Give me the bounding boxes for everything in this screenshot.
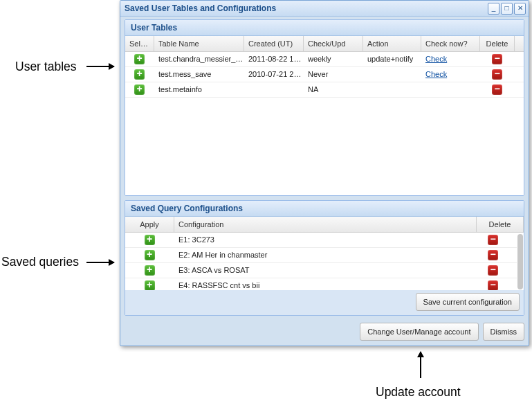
add-icon[interactable]: + xyxy=(134,54,145,64)
delete-icon[interactable]: − xyxy=(492,69,502,80)
panel-saved-queries: Saved Query Configurations Apply Configu… xyxy=(125,200,524,316)
arrow-update-account xyxy=(420,352,421,378)
col-check-upd[interactable]: Check/Upd xyxy=(304,36,363,51)
delete-icon[interactable]: − xyxy=(488,235,498,245)
add-icon[interactable]: + xyxy=(145,265,155,276)
cell-action xyxy=(363,82,421,97)
table-row[interactable]: + test.mess_save 2010-07-21 2… Never Che… xyxy=(125,67,524,82)
dismiss-button[interactable]: Dismiss xyxy=(483,323,525,341)
col-select[interactable]: Select xyxy=(125,36,154,51)
cell-configuration: E3: ASCA vs ROSAT xyxy=(174,263,470,278)
cell-configuration: E2: AM Her in chanmaster xyxy=(174,248,470,262)
change-user-button[interactable]: Change User/Manage account xyxy=(360,323,478,341)
col-action[interactable]: Action xyxy=(363,36,421,51)
col-delete[interactable]: Delete xyxy=(477,217,524,232)
cell-table-name: test.chandra_messier_… xyxy=(154,52,244,66)
cell-check-now xyxy=(421,82,480,97)
dialog-title: Saved User Tables and Configurations xyxy=(125,3,486,13)
check-link[interactable]: Check xyxy=(425,67,447,82)
add-icon[interactable]: + xyxy=(134,84,145,95)
col-check-now[interactable]: Check now? xyxy=(421,36,480,51)
cell-configuration: E1: 3C273 xyxy=(174,233,470,247)
cell-action: update+notify xyxy=(363,52,421,66)
col-delete[interactable]: Delete xyxy=(480,36,515,51)
table-row[interactable]: + test.chandra_messier_… 2011-08-22 1… w… xyxy=(125,52,524,67)
annotation-saved-queries: Saved queries xyxy=(1,255,79,269)
list-item[interactable]: + E4: RASSFSC cnt vs bii − xyxy=(125,278,517,290)
minimize-button[interactable]: _ xyxy=(488,3,499,15)
table-row[interactable]: + test.metainfo NA − xyxy=(125,82,524,98)
cell-created: 2011-08-22 1… xyxy=(244,52,304,66)
cell-check-upd: weekly xyxy=(304,52,363,66)
cell-check-upd: NA xyxy=(304,82,363,97)
cell-table-name: test.mess_save xyxy=(154,67,244,82)
delete-icon[interactable]: − xyxy=(492,54,502,64)
scrollbar[interactable] xyxy=(517,234,523,289)
panel-user-tables: User Tables Select Table Name Created (U… xyxy=(125,19,524,196)
close-button[interactable]: ✕ xyxy=(514,3,526,15)
arrow-user-tables xyxy=(86,66,114,67)
user-tables-body: + test.chandra_messier_… 2011-08-22 1… w… xyxy=(125,52,524,195)
check-link[interactable]: Check xyxy=(425,52,447,66)
cell-table-name: test.metainfo xyxy=(154,82,244,97)
saved-queries-body: + E1: 3C273 − + E2: AM Her in chanmaster… xyxy=(125,233,524,290)
save-current-configuration-button[interactable]: Save current configuration xyxy=(416,293,520,311)
add-icon[interactable]: + xyxy=(145,280,155,290)
delete-icon[interactable]: − xyxy=(492,84,502,95)
maximize-button[interactable]: □ xyxy=(501,3,513,15)
panel-user-tables-header: User Tables xyxy=(125,20,524,36)
annotation-user-tables: User tables xyxy=(15,60,77,74)
delete-icon[interactable]: − xyxy=(488,280,498,290)
col-table-name[interactable]: Table Name xyxy=(154,36,244,51)
delete-icon[interactable]: − xyxy=(488,250,498,260)
arrow-saved-queries xyxy=(86,262,114,263)
col-apply[interactable]: Apply xyxy=(125,217,174,232)
user-tables-columns: Select Table Name Created (UT) Check/Upd… xyxy=(125,36,524,52)
dialog-saved-tables: Saved User Tables and Configurations _ □… xyxy=(120,0,529,346)
list-item[interactable]: + E2: AM Her in chanmaster − xyxy=(125,248,517,263)
cell-configuration: E4: RASSFSC cnt vs bii xyxy=(174,278,470,290)
delete-icon[interactable]: − xyxy=(488,265,498,276)
list-item[interactable]: + E1: 3C273 − xyxy=(125,233,517,248)
panel-saved-queries-header: Saved Query Configurations xyxy=(125,201,524,217)
col-created[interactable]: Created (UT) xyxy=(244,36,304,51)
add-icon[interactable]: + xyxy=(145,235,155,245)
annotation-update-account: Update account xyxy=(376,385,461,400)
cell-check-upd: Never xyxy=(304,67,363,82)
cell-action xyxy=(363,67,421,82)
add-icon[interactable]: + xyxy=(145,250,155,260)
cell-created xyxy=(244,82,304,97)
add-icon[interactable]: + xyxy=(134,69,145,80)
dialog-titlebar: Saved User Tables and Configurations _ □… xyxy=(120,1,529,17)
list-item[interactable]: + E3: ASCA vs ROSAT − xyxy=(125,263,517,278)
col-configuration[interactable]: Configuration xyxy=(174,217,477,232)
saved-queries-columns: Apply Configuration Delete xyxy=(125,217,524,233)
cell-created: 2010-07-21 2… xyxy=(244,67,304,82)
dialog-footer: Change User/Manage account Dismiss xyxy=(125,320,524,341)
